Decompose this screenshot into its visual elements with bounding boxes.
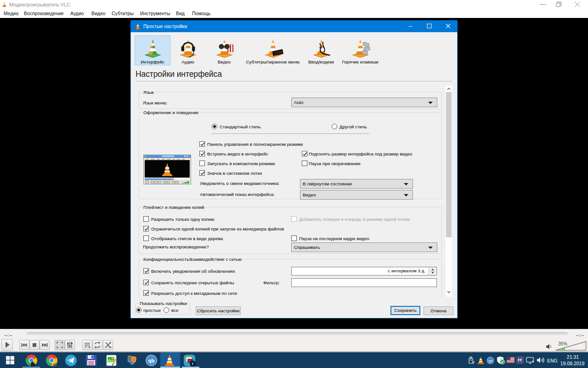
svg-text:qb: qb: [488, 359, 492, 363]
svg-text:qb: qb: [148, 358, 155, 363]
